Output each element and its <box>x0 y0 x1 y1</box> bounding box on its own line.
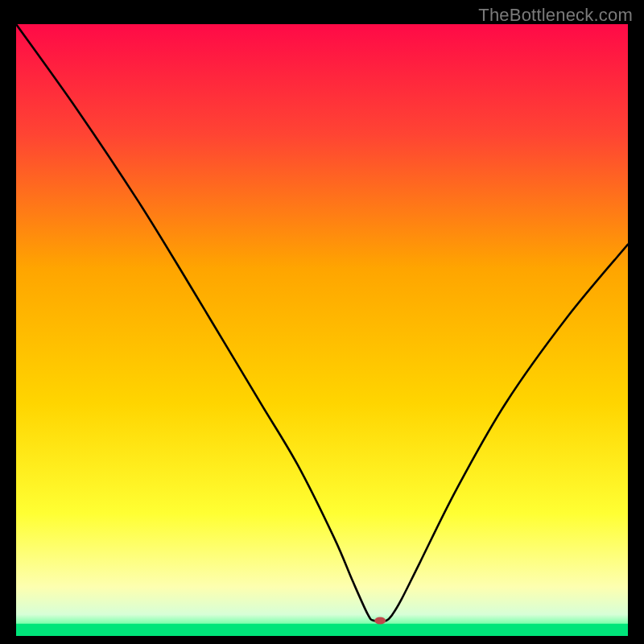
chart-svg <box>16 24 628 636</box>
floor-band <box>16 624 628 636</box>
background-gradient <box>16 24 628 636</box>
chart-frame: TheBottleneck.com <box>0 0 644 644</box>
optimal-marker <box>374 617 386 625</box>
watermark-text: TheBottleneck.com <box>478 5 633 26</box>
plot-area <box>16 24 628 636</box>
